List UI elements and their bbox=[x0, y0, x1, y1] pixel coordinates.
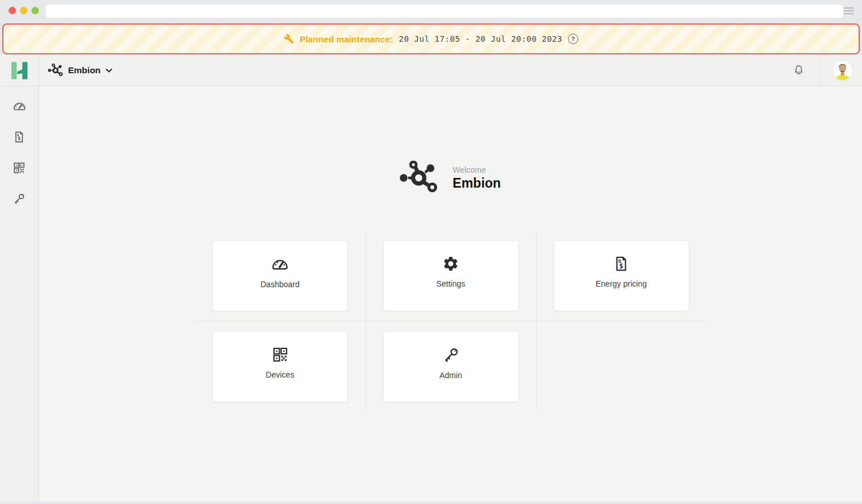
sidebar: $ bbox=[0, 55, 39, 502]
molecule-icon bbox=[48, 64, 63, 77]
sidebar-item-admin[interactable] bbox=[0, 183, 38, 214]
welcome-block: Welcome Embion bbox=[400, 161, 500, 195]
avatar-image bbox=[833, 61, 852, 80]
qr-code-icon bbox=[272, 346, 289, 363]
sidebar-item-devices[interactable] bbox=[0, 152, 38, 183]
main-content: Welcome Embion Dashboar bbox=[39, 86, 862, 502]
qr-code-icon bbox=[13, 161, 26, 174]
wrench-icon bbox=[284, 34, 294, 44]
grid-cell: Devices bbox=[195, 321, 366, 411]
card-label: Settings bbox=[436, 279, 466, 288]
minimize-window-button[interactable] bbox=[20, 7, 27, 14]
welcome-org-name: Embion bbox=[452, 176, 500, 191]
svg-text:$: $ bbox=[18, 136, 21, 141]
grid-cell-empty bbox=[536, 321, 706, 411]
card-label: Dashboard bbox=[260, 280, 300, 289]
devices-card[interactable]: Devices bbox=[212, 331, 348, 402]
maintenance-schedule: 20 Jul 17:05 - 20 Jul 20:00 2023 bbox=[399, 34, 562, 43]
admin-card[interactable]: Admin bbox=[383, 331, 519, 402]
invoice-icon: $ bbox=[613, 255, 630, 272]
grid-cell: Admin bbox=[366, 321, 536, 411]
notifications-button[interactable] bbox=[793, 64, 805, 77]
card-label: Energy pricing bbox=[595, 279, 647, 288]
window-controls bbox=[9, 7, 39, 14]
gauge-icon bbox=[13, 99, 26, 113]
maintenance-label: Planned maintenance: bbox=[300, 34, 393, 44]
sidebar-item-energy-pricing[interactable]: $ bbox=[0, 121, 38, 152]
energy-pricing-card[interactable]: $ Energy pricing bbox=[554, 240, 689, 311]
key-icon bbox=[13, 192, 26, 205]
welcome-text: Welcome Embion bbox=[452, 165, 500, 191]
org-name: Embion bbox=[68, 65, 101, 76]
molecule-icon-large bbox=[400, 161, 438, 195]
address-bar-input[interactable] bbox=[46, 5, 843, 18]
gear-icon bbox=[442, 255, 459, 272]
card-label: Admin bbox=[439, 371, 462, 380]
top-bar-divider bbox=[820, 55, 820, 86]
welcome-greeting: Welcome bbox=[452, 165, 500, 174]
org-selector[interactable]: Embion bbox=[48, 64, 112, 77]
zoom-window-button[interactable] bbox=[31, 7, 39, 14]
app-frame: $ bbox=[0, 55, 862, 502]
chevron-down-icon bbox=[106, 69, 112, 73]
dashboard-card[interactable]: Dashboard bbox=[212, 240, 348, 311]
svg-text:$: $ bbox=[619, 262, 623, 270]
sidebar-item-dashboard[interactable] bbox=[0, 90, 38, 121]
shortcut-grid: Dashboard Settings bbox=[195, 231, 706, 411]
gauge-icon bbox=[271, 255, 289, 273]
bell-icon bbox=[793, 64, 805, 77]
close-window-button[interactable] bbox=[9, 7, 16, 14]
grid-cell: Dashboard bbox=[195, 231, 366, 321]
browser-menu-icon[interactable] bbox=[844, 7, 854, 14]
help-icon[interactable]: ? bbox=[568, 34, 578, 44]
card-label: Devices bbox=[266, 370, 295, 379]
key-icon bbox=[442, 346, 460, 364]
top-bar: Embion bbox=[39, 55, 862, 86]
browser-chrome bbox=[0, 0, 862, 22]
grid-cell: $ Energy pricing bbox=[536, 231, 706, 321]
maintenance-banner: Planned maintenance: 20 Jul 17:05 - 20 J… bbox=[2, 23, 860, 54]
h-logo-icon bbox=[11, 62, 28, 80]
sidebar-nav: $ bbox=[0, 86, 38, 214]
invoice-icon: $ bbox=[13, 130, 26, 144]
app-logo[interactable] bbox=[0, 55, 38, 86]
grid-cell: Settings bbox=[366, 231, 536, 321]
settings-card[interactable]: Settings bbox=[383, 240, 519, 311]
user-avatar[interactable] bbox=[833, 61, 852, 80]
content-column: Embion bbox=[39, 55, 862, 502]
